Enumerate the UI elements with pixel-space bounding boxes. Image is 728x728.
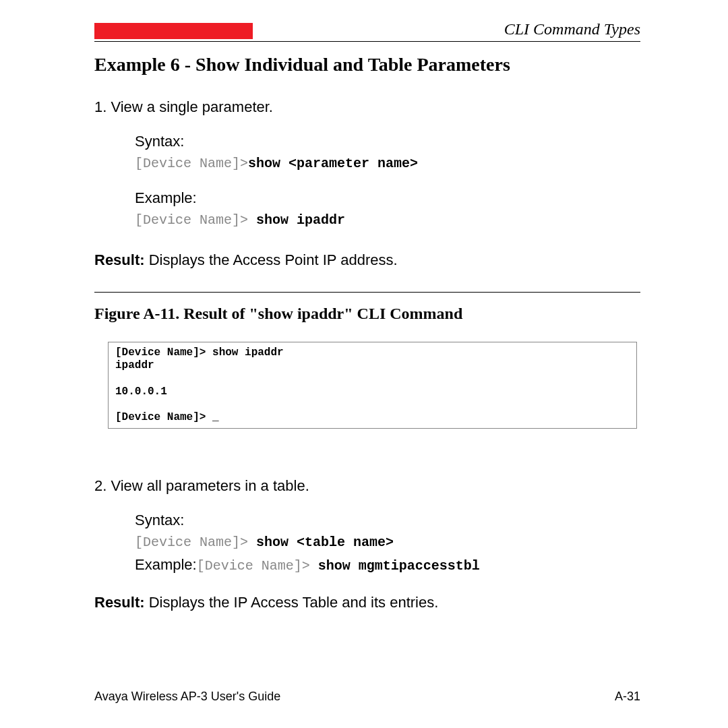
- header-red-block: [94, 23, 253, 39]
- item1-example-bold: show ipaddr: [256, 212, 345, 228]
- item1-syntax-code: [Device Name]>show <parameter name>: [135, 153, 640, 175]
- item1-result-text: Displays the Access Point IP address.: [145, 251, 398, 268]
- figure-rule-top: [94, 292, 640, 293]
- item1-result-label: Result:: [94, 251, 145, 268]
- item2-example-label: Example:: [135, 556, 197, 573]
- example-heading: Example 6 - Show Individual and Table Pa…: [94, 54, 640, 75]
- item2-result-label: Result:: [94, 594, 145, 611]
- item2-example-bold: show mgmtipaccesstbl: [318, 558, 480, 574]
- item1-syntax-label: Syntax:: [135, 133, 640, 150]
- item1-example-code: [Device Name]> show ipaddr: [135, 210, 640, 231]
- item2-result-text: Displays the IP Access Table and its ent…: [145, 594, 439, 611]
- item1-syntax-prefix: [Device Name]>: [135, 156, 248, 171]
- item2-result: Result: Displays the IP Access Table and…: [94, 594, 640, 611]
- item2-syntax-bold: show <table name>: [256, 535, 394, 550]
- item1-syntax-bold: show <parameter name>: [248, 156, 418, 171]
- footer-left: Avaya Wireless AP-3 User's Guide: [94, 690, 280, 704]
- page-footer: Avaya Wireless AP-3 User's Guide A-31: [94, 690, 640, 704]
- figure-caption: Figure A-11. Result of "show ipaddr" CLI…: [94, 305, 640, 323]
- footer-right: A-31: [615, 690, 640, 704]
- item1-example-prefix: [Device Name]>: [135, 212, 256, 228]
- item2-syntax-code: [Device Name]> show <table name>: [135, 532, 640, 553]
- item2-syntax-label: Syntax:: [135, 512, 640, 529]
- header-section-title: CLI Command Types: [253, 20, 640, 41]
- cli-output-box: [Device Name]> show ipaddr ipaddr 10.0.0…: [108, 342, 637, 429]
- item2-text: 2. View all parameters in a table.: [94, 475, 640, 497]
- item2-syntax-prefix: [Device Name]>: [135, 535, 256, 550]
- item1-example-label: Example:: [135, 189, 640, 207]
- item2-example-prefix: [Device Name]>: [197, 558, 318, 574]
- page-header: CLI Command Types: [94, 20, 640, 42]
- item1-result: Result: Displays the Access Point IP add…: [94, 251, 640, 269]
- item1-text: 1. View a single parameter.: [94, 96, 640, 118]
- item2-example-line: Example:[Device Name]> show mgmtipaccess…: [135, 556, 640, 574]
